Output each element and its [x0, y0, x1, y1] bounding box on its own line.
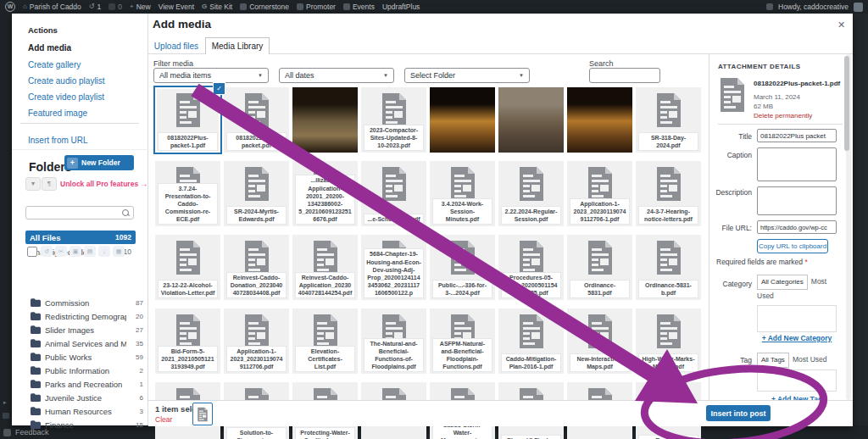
site-name-link[interactable]: ⌂Parish of Caddo: [23, 3, 81, 11]
folder-item[interactable]: Public Information2: [24, 364, 148, 377]
unlock-pro-link[interactable]: Unlock all Pro features →: [60, 180, 147, 188]
media-item-pdf[interactable]: 23-12-22-Alcohol-Violation-Letter.pdf: [155, 235, 220, 300]
admin-search-icon[interactable]: [766, 3, 773, 10]
category-list-box[interactable]: [757, 305, 837, 332]
media-item-image[interactable]: [292, 87, 358, 153]
admin-bar-item-updraftplus[interactable]: UpdraftPlus: [382, 3, 420, 11]
media-item-pdf[interactable]: ASFPM-Natural-and-Beneficial-Floodplain-…: [430, 308, 495, 374]
admin-bar-item-promoter[interactable]: Promoter: [297, 3, 336, 11]
folder-item[interactable]: Slider Images27: [24, 323, 148, 336]
selected-item-thumbnail[interactable]: [192, 403, 213, 425]
media-item-pdf[interactable]: Ordinance-5831-b.pdf: [636, 235, 701, 300]
chevron-down-icon[interactable]: ▾: [25, 177, 41, 191]
description-field[interactable]: [757, 186, 837, 215]
media-item-pdf[interactable]: SR-2024-Myrtis-Edwards.pdf: [224, 161, 289, 226]
media-item-pdf[interactable]: 3.4.2024-Work-Session-Minutes.pdf: [430, 161, 495, 226]
title-field[interactable]: [757, 129, 837, 142]
search-label: Search: [589, 59, 614, 68]
folder-item[interactable]: Finance15: [24, 418, 148, 431]
media-item-pdf[interactable]: The-Natural-and-Beneficial-Functions-of-…: [361, 308, 426, 374]
media-item-pdf[interactable]: Caddo-Mitigation-Plan-2016-1.pdf: [498, 308, 564, 374]
admin-bar-item-site-kit[interactable]: GSite Kit: [202, 3, 232, 11]
media-item-pdf[interactable]: Reinvest-Caddo-Donation_2023040407280344…: [224, 235, 289, 300]
clear-selection-link[interactable]: Clear: [155, 415, 172, 424]
menu-item-featured-image[interactable]: Featured image: [28, 108, 87, 118]
google-icon: G: [202, 3, 207, 10]
media-item-pdf[interactable]: 2.22.2024-Regular-Session.pdf: [498, 161, 564, 226]
media-item-pdf[interactable]: 24-3-7-Hearing-notice-letters.pdf: [636, 161, 701, 226]
media-item-pdf[interactable]: High-Water-Marks-Maps-1.pdf: [636, 308, 701, 374]
sort-icon[interactable]: ¶: [42, 177, 57, 191]
tag-list-box[interactable]: [757, 370, 837, 392]
media-item-pdf[interactable]: ...e-Schedule-...pdf: [361, 161, 426, 226]
menu-item-create-gallery[interactable]: Create gallery: [28, 60, 81, 69]
media-item-pdf[interactable]: Elevation-Certificates-List.pdf: [292, 308, 358, 374]
folder-item[interactable]: Animal Services and Mos35: [24, 336, 148, 350]
media-type-select[interactable]: All media items▼: [153, 68, 269, 83]
details-scrollbar[interactable]: [846, 54, 851, 400]
menu-item-create-video-playlist[interactable]: Create video playlist: [28, 92, 104, 102]
media-item-pdf[interactable]: Ordinance-5831.pdf: [567, 235, 632, 300]
tab-upload-files[interactable]: Upload files: [153, 37, 200, 54]
folder-item[interactable]: Commission87: [24, 296, 148, 309]
check-icon[interactable]: ✓: [213, 82, 225, 95]
media-item-pdf[interactable]: 08182022Plus-packet-1.pdf✓: [155, 87, 220, 153]
media-item-pdf[interactable]: 5684-Chapter-19-Housing-and-Econ-Dev-usi…: [361, 235, 426, 300]
folder-item[interactable]: Public Works59: [24, 350, 148, 364]
folder-item[interactable]: Redistricting Demographi20: [24, 309, 148, 323]
add-new-category-link[interactable]: + Add New Category: [757, 334, 837, 342]
date-select[interactable]: All dates▼: [279, 68, 394, 83]
media-item-pdf[interactable]: Application-1-2023_202301190749112706-1.…: [567, 161, 632, 226]
wordpress-logo-icon[interactable]: W: [5, 2, 15, 12]
copy-url-button[interactable]: Copy URL to clipboard: [757, 239, 828, 253]
tab-most-used-tags[interactable]: Most Used: [793, 355, 827, 364]
bulk-select-checkbox[interactable]: [27, 247, 37, 257]
howdy-label[interactable]: Howdy, caddocreative: [778, 3, 849, 11]
media-item-pdf[interactable]: 2023-Compactor-Sites-Updated-8-10-2023.p…: [361, 87, 426, 153]
folder-item[interactable]: Juvenile Justice6: [24, 391, 148, 404]
media-item-pdf[interactable]: Bid-Form-5-2021_202105051213193949.pdf: [155, 308, 220, 374]
folder-all-files[interactable]: All Files 1092: [25, 231, 136, 244]
comments-indicator[interactable]: 0: [108, 3, 122, 11]
new-folder-button[interactable]: + New Folder: [64, 155, 134, 170]
folder-item[interactable]: Human Resources3: [24, 404, 148, 418]
media-item-pdf[interactable]: New-Interactive-Maps.pdf: [567, 308, 632, 374]
media-item-pdf[interactable]: 3.7.24-Presentation-to-Caddo-Commission-…: [155, 161, 220, 226]
tab-all-tags[interactable]: All Tags: [757, 353, 789, 368]
media-item-pdf[interactable]: SR-318-Day-2024.pdf: [636, 87, 701, 153]
collapse-arrow-icon[interactable]: ▸: [3, 399, 7, 406]
media-item-image[interactable]: [430, 87, 495, 153]
media-item-image[interactable]: [498, 87, 564, 153]
media-item-pdf[interactable]: Procedures-05-2020_202005011542315485.pd…: [498, 235, 564, 300]
updates-indicator[interactable]: ↺1: [89, 3, 101, 11]
media-item-filename: Elevation-Certificates-List.pdf: [296, 347, 354, 371]
menu-item-add-media[interactable]: Add media: [28, 43, 71, 53]
menu-icon[interactable]: [3, 413, 9, 419]
delete-permanently-link[interactable]: Delete permanently: [754, 112, 812, 119]
folder-search-input[interactable]: [25, 206, 134, 220]
admin-bar-item-cornerstone[interactable]: Cornerstone: [240, 3, 289, 11]
admin-bar-item-events[interactable]: Events: [343, 3, 375, 11]
menu-item-insert-from-url[interactable]: Insert from URL: [28, 136, 88, 145]
media-item-pdf[interactable]: Public-...-336-for-3-...2024.pdf: [430, 235, 495, 300]
copy-icon: ▣: [70, 246, 81, 257]
tab-all-categories[interactable]: All Categories: [757, 275, 808, 290]
search-input[interactable]: [589, 68, 660, 83]
media-item-pdf[interactable]: ...ilization-Application-20201_20200-134…: [292, 161, 358, 226]
file-url-field[interactable]: [757, 220, 837, 234]
media-item-pdf[interactable]: Application-1-2023_202301190749112706.pd…: [224, 308, 289, 374]
media-item-pdf[interactable]: 08182022Plus-packet.pdf: [224, 87, 289, 153]
admin-bar-item-view-event[interactable]: View Event: [159, 3, 194, 11]
caption-field[interactable]: [757, 147, 837, 181]
admin-bar-item-new[interactable]: +New: [130, 3, 151, 11]
insert-into-post-button[interactable]: Insert into post: [706, 405, 771, 421]
folder-select[interactable]: Select Folder▼: [404, 68, 530, 83]
media-item-pdf[interactable]: Reinvest-Caddo-Application_2023040407281…: [292, 235, 358, 300]
menu-item-create-audio-playlist[interactable]: Create audio playlist: [28, 76, 105, 86]
tab-media-library[interactable]: Media Library: [205, 37, 270, 54]
close-icon[interactable]: ✕: [837, 19, 845, 31]
media-grid: 08182022Plus-packet-1.pdf✓ 08182022Plus-…: [155, 87, 701, 439]
avatar[interactable]: [854, 3, 863, 12]
folder-item[interactable]: Parks and Recreation1: [24, 377, 148, 391]
media-item-image[interactable]: [567, 87, 632, 153]
